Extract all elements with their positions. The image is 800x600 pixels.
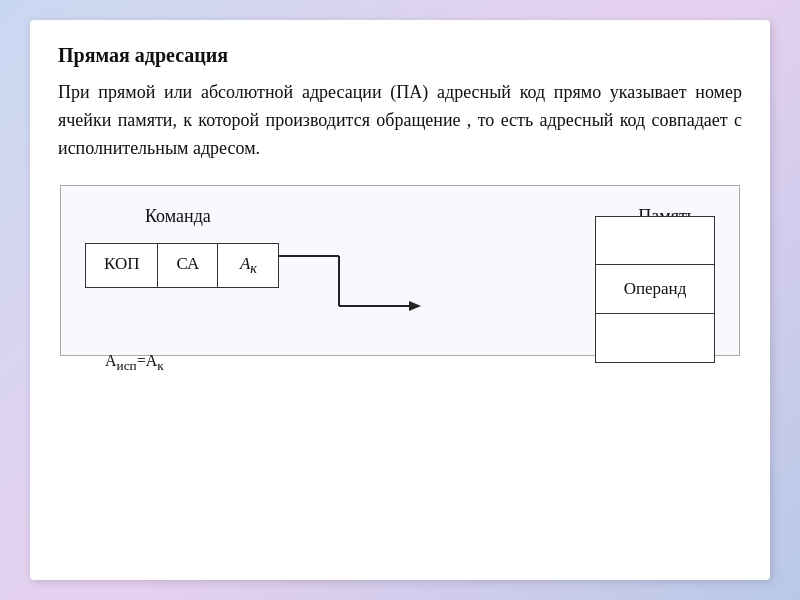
memory-column: Операнд	[595, 216, 715, 362]
mem-cell-top	[595, 216, 715, 266]
svg-marker-3	[409, 301, 421, 311]
page-title: Прямая адресация	[58, 44, 742, 67]
label-command: Команда	[145, 206, 211, 227]
cell-ak: Ак	[218, 244, 278, 287]
mem-cell-operand: Операнд	[595, 264, 715, 314]
mem-cell-bottom	[595, 313, 715, 363]
arrow-memory-area: Операнд	[279, 241, 715, 291]
description-text: При прямой или абсолютной адресации (ПА)…	[58, 79, 742, 163]
aisp-label: Аисп=Ак	[105, 352, 164, 374]
main-content: Прямая адресация При прямой или абсолютн…	[30, 20, 770, 580]
cell-kop: КОП	[86, 244, 158, 287]
diagram-inner: КОП СА Ак	[85, 241, 715, 335]
cell-ca: СА	[158, 244, 218, 287]
command-box: КОП СА Ак	[85, 243, 279, 288]
diagram-container: Команда Память КОП СА Ак	[60, 185, 740, 356]
diagram-row: КОП СА Ак	[85, 241, 715, 291]
